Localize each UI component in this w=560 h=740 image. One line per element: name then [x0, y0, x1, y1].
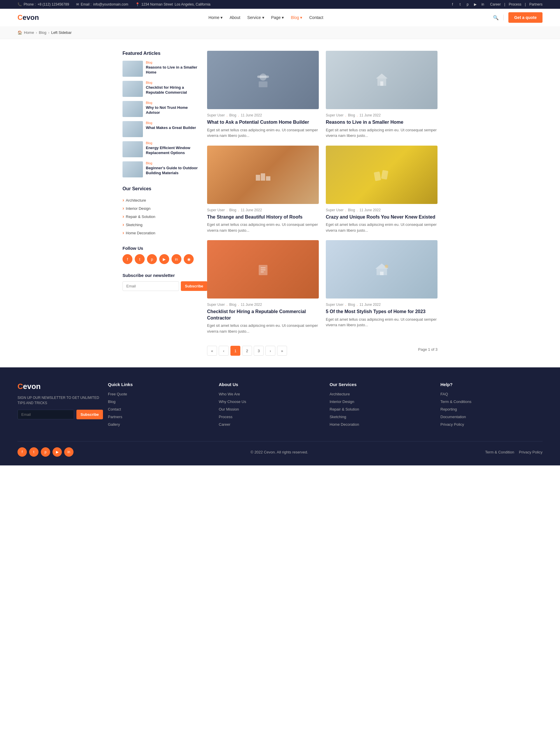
process-link[interactable]: Process [509, 2, 521, 6]
footer-free-quote[interactable]: Free Quote [108, 392, 127, 396]
footer-home-decoration[interactable]: Home Decoration [330, 422, 359, 427]
nav-blog[interactable]: Blog ▾ [291, 15, 302, 20]
pagination-prev[interactable]: ‹ [219, 346, 229, 356]
linkedin-icon[interactable]: in [480, 2, 485, 7]
newsletter-subscribe-button[interactable]: Subscribe [181, 281, 207, 291]
get-quote-button[interactable]: Get a quote [509, 12, 543, 23]
sidebar-facebook-icon[interactable]: f [122, 254, 132, 264]
footer-linkedin-icon[interactable]: in [64, 447, 74, 457]
nav-page[interactable]: Page ▾ [271, 15, 284, 20]
pagination-page-3[interactable]: 3 [254, 346, 264, 356]
footer-faq[interactable]: FAQ [440, 392, 448, 396]
blog-card-6-title[interactable]: 5 Of the Most Stylish Types of Home for … [326, 308, 438, 315]
newsletter-email-input[interactable] [122, 281, 179, 291]
footer-blog[interactable]: Blog [108, 399, 115, 404]
service-repair-solution[interactable]: Repair & Solution [122, 212, 198, 220]
featured-article-5-img [122, 141, 143, 157]
footer-youtube-icon[interactable]: ▶ [52, 447, 62, 457]
footer-process[interactable]: Process [219, 414, 232, 419]
blog-card-3-title[interactable]: The Strange and Beautiful History of Roo… [207, 214, 319, 220]
footer-documentation[interactable]: Documentation [440, 414, 466, 419]
blog-card-2-title[interactable]: Reasons to Live in a Smaller Home [326, 119, 438, 125]
dot1: . [227, 113, 227, 117]
sidebar-instagram-icon[interactable]: ◉ [184, 254, 194, 264]
featured-article-5[interactable]: Blog Energy Efficient Window Replacement… [122, 141, 198, 157]
featured-article-4[interactable]: Blog What Makes a Great Builder [122, 121, 198, 137]
blog-card-1-title[interactable]: What to Ask a Potential Custom Home Buil… [207, 119, 319, 125]
footer-privacy-policy[interactable]: Privacy Policy [440, 422, 464, 427]
sidebar-pinterest-icon[interactable]: p [147, 254, 157, 264]
sidebar-youtube-icon[interactable]: ▶ [159, 254, 169, 264]
footer-privacy-link[interactable]: Privacy Policy [519, 450, 543, 454]
email-info: ✉ Email : info@yourdomain.com [76, 2, 128, 6]
blog-card-6-author: Super User [326, 303, 344, 307]
phone-number: +8 (112) 123456789 [37, 2, 69, 6]
pagination-first[interactable]: « [207, 346, 217, 356]
footer: Cevon SIGN UP OUR NEWSLETTER TO GET UNLI… [0, 367, 560, 465]
nav-contact[interactable]: Contact [309, 15, 323, 20]
featured-article-3[interactable]: Blog Why to Not Trust Home Advisor [122, 101, 198, 117]
nav-home[interactable]: Home ▾ [209, 15, 223, 20]
blog-card-5-date: 11 June 2022 [241, 303, 262, 307]
sidebar-linkedin-icon[interactable]: in [172, 254, 182, 264]
footer-career[interactable]: Career [219, 422, 230, 427]
blog-card-2-meta: Super User . Blog . 11 June 2022 [326, 113, 438, 117]
youtube-icon[interactable]: ▶ [472, 2, 478, 7]
footer-partners[interactable]: Partners [108, 414, 122, 419]
breadcrumb-home[interactable]: Home [24, 30, 34, 35]
service-architecture[interactable]: Architecture [122, 196, 198, 204]
footer-quick-links-col: Quick Links Free Quote Blog Contact Part… [108, 382, 210, 430]
pagination-last[interactable]: » [277, 346, 287, 356]
blog-cards: Super User . Blog . 11 June 2022 What to… [207, 51, 438, 334]
pagination-row: « ‹ 1 2 3 › » Page 1 of 3 [207, 343, 438, 356]
blog-card-6-meta: Super User . Blog . 11 June 2022 [326, 303, 438, 307]
footer-interior-design[interactable]: Interior Design [330, 399, 354, 404]
footer-term-conditions[interactable]: Term & Conditions [440, 399, 471, 404]
footer-brand-col: Cevon SIGN UP OUR NEWSLETTER TO GET UNLI… [17, 382, 99, 430]
pagination-next[interactable]: › [265, 346, 275, 356]
footer-newsletter-text: SIGN UP OUR NEWSLETTER TO GET UNLIMITED … [17, 395, 99, 405]
footer-architecture[interactable]: Architecture [330, 392, 350, 396]
sidebar-twitter-icon[interactable]: t [135, 254, 145, 264]
footer-term-condition-link[interactable]: Term & Condition [485, 450, 514, 454]
roofs-illustration [254, 166, 272, 184]
sidebar: Featured Articles Blog Reasons to Live i… [122, 51, 198, 356]
footer-subscribe-button[interactable]: Subscribe [77, 410, 103, 419]
service-sketching[interactable]: Sketching [122, 220, 198, 229]
footer-repair-solution[interactable]: Repair & Solution [330, 407, 359, 411]
featured-article-2-text: Blog Checklist for Hiring a Reputable Co… [146, 81, 198, 95]
footer-facebook-icon[interactable]: f [17, 447, 27, 457]
footer-sketching[interactable]: Sketching [330, 414, 346, 419]
blog-card-5-title[interactable]: Checklist for Hiring a Reputable Commerc… [207, 308, 319, 321]
featured-article-1[interactable]: Blog Reasons to Live in a Smaller Home [122, 61, 198, 77]
search-icon[interactable]: 🔍 [493, 15, 499, 20]
footer-email-input[interactable] [17, 410, 74, 419]
nav-service[interactable]: Service ▾ [247, 15, 264, 20]
twitter-icon[interactable]: t [457, 2, 463, 7]
breadcrumb-blog[interactable]: Blog [39, 30, 46, 35]
featured-article-2[interactable]: Blog Checklist for Hiring a Reputable Co… [122, 81, 198, 97]
featured-article-3-img [122, 101, 143, 117]
nav-about[interactable]: About [230, 15, 240, 20]
footer-reporting[interactable]: Reporting [440, 407, 457, 411]
career-link[interactable]: Career [490, 2, 501, 6]
pagination-page-2[interactable]: 2 [242, 346, 252, 356]
service-home-decoration[interactable]: Home Decoration [122, 229, 198, 237]
logo[interactable]: Cevon [17, 13, 39, 22]
footer-who-we-are[interactable]: Who We Are [219, 392, 240, 396]
footer-twitter-icon[interactable]: t [29, 447, 38, 457]
footer-about-links: Who We Are Why Choose Us Our Mission Pro… [219, 392, 321, 427]
pinterest-icon[interactable]: p [465, 2, 470, 7]
blog-card-4-title[interactable]: Crazy and Unique Roofs You Never Knew Ex… [326, 214, 438, 220]
footer-gallery[interactable]: Gallery [108, 422, 120, 427]
partners-link[interactable]: Partners [529, 2, 543, 6]
footer-contact[interactable]: Contact [108, 407, 121, 411]
service-interior-design[interactable]: Interior Design [122, 204, 198, 212]
footer-why-choose-us[interactable]: Why Choose Us [219, 399, 246, 404]
footer-pinterest-icon[interactable]: p [41, 447, 50, 457]
pagination-page-1[interactable]: 1 [230, 346, 240, 356]
featured-article-6[interactable]: Blog Beginner's Guide to Outdoor Buildin… [122, 161, 198, 177]
blog-card-3-date: 11 June 2022 [241, 208, 262, 212]
facebook-icon[interactable]: f [450, 2, 455, 7]
footer-our-mission[interactable]: Our Mission [219, 407, 239, 411]
